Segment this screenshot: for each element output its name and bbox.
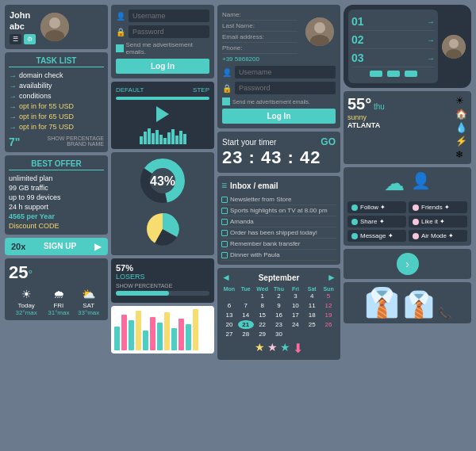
username-input2[interactable]: [235, 66, 336, 78]
username-input[interactable]: [129, 10, 209, 22]
inbox-checkbox[interactable]: [221, 241, 228, 247]
cal-day[interactable]: 13: [221, 311, 237, 319]
cal-day[interactable]: 29: [255, 330, 271, 338]
cal-day[interactable]: 16: [271, 311, 287, 319]
cal-day[interactable]: 20: [221, 320, 237, 329]
cal-day[interactable]: 3: [287, 292, 303, 300]
media-player: DEFAULT STEP: [111, 82, 214, 149]
cal-day[interactable]: 24: [287, 320, 303, 329]
profile-sub: abc: [10, 21, 36, 32]
stop-button[interactable]: [405, 71, 417, 77]
cal-day[interactable]: 23: [271, 320, 287, 329]
next-button[interactable]: ›: [397, 253, 419, 275]
field-name: Name:: [222, 10, 298, 21]
cal-day[interactable]: 30: [271, 330, 287, 338]
cal-day[interactable]: 27: [221, 330, 237, 338]
search-button[interactable]: ⚙: [24, 34, 36, 44]
inbox-checkbox[interactable]: [221, 252, 228, 258]
inbox-msg-2: Amanda: [230, 218, 254, 225]
cal-day[interactable]: 15: [255, 311, 271, 319]
task-item: → availability: [9, 81, 104, 91]
cal-day[interactable]: 17: [287, 311, 303, 319]
weather-today: ☀ Today 32°max: [9, 286, 44, 316]
likeit-button[interactable]: Like it ✦: [409, 216, 467, 227]
share-label: Share ✦: [360, 218, 385, 225]
inbox-checkbox[interactable]: [221, 230, 228, 236]
airmode-button[interactable]: Air Mode ✦: [409, 230, 467, 242]
task-item-usd: → opt in for 65 USD: [9, 112, 104, 122]
inbox-card: ≡ Inbox / email Newsletter from Store Sp…: [217, 176, 340, 265]
task-label: opt in for 65 USD: [19, 113, 74, 120]
cal-day[interactable]: 10: [287, 301, 303, 310]
cal-day[interactable]: 8: [255, 301, 271, 310]
task-label: opt in for 75 USD: [19, 123, 74, 131]
cal-day[interactable]: 7: [238, 301, 254, 310]
cal-day[interactable]: 26: [321, 320, 336, 329]
cal-day[interactable]: 4: [304, 292, 320, 300]
inbox-checkbox[interactable]: [221, 197, 228, 203]
cal-day[interactable]: 22: [255, 320, 271, 329]
donut-chart-card: 43%: [111, 152, 214, 255]
show-pct-label: SHOW PERCENTAGE: [48, 136, 104, 141]
field-email: Email address:: [222, 32, 298, 43]
cal-day[interactable]: 19: [321, 311, 336, 319]
task-item: → domain check: [9, 71, 104, 81]
hamburger-button[interactable]: ☰: [10, 34, 21, 44]
size-label: 7": [9, 136, 20, 148]
phone-controls: [351, 67, 435, 80]
inbox-item: Sports highlights on TV at 8.00 pm: [221, 205, 336, 216]
inbox-checkbox[interactable]: [221, 208, 228, 214]
bar: [155, 130, 159, 144]
timer-card: Start your timer GO 23 : 43 : 42: [217, 132, 340, 173]
inbox-item: Remember bank transfer: [221, 239, 336, 250]
download-icon[interactable]: ⬇: [293, 341, 303, 356]
inbox-checkbox[interactable]: [221, 219, 228, 225]
weather-fri: 🌧 FRI 31°max: [44, 286, 73, 316]
cal-day[interactable]: 14: [238, 311, 254, 319]
share-button[interactable]: Share ✦: [347, 216, 406, 227]
cal-next[interactable]: ►: [327, 272, 336, 283]
friends-button[interactable]: Friends ✦: [409, 201, 467, 213]
cal-day[interactable]: 21: [238, 320, 254, 329]
cal-day[interactable]: 11: [304, 301, 320, 310]
message-button[interactable]: Message ✦: [347, 230, 406, 242]
checkbox[interactable]: [116, 44, 124, 52]
cal-day[interactable]: 25: [304, 320, 320, 329]
phone-avatar: [442, 35, 466, 59]
cal-prev[interactable]: ◄: [221, 272, 231, 283]
follow-button[interactable]: Follow ✦: [347, 201, 406, 213]
signup-bar[interactable]: 20x SIGN UP ▶: [5, 238, 108, 255]
cal-day[interactable]: 12: [321, 301, 336, 310]
cal-day[interactable]: 1: [255, 292, 271, 300]
cal-day[interactable]: 18: [304, 311, 320, 319]
phone-value: +39 5868200: [222, 55, 336, 63]
cal-day[interactable]: 9: [271, 301, 287, 310]
signup-label[interactable]: SIGN UP: [44, 242, 76, 250]
default-label: DEFAULT: [116, 86, 144, 94]
arrow-icon: →: [427, 54, 435, 63]
play-button-phone[interactable]: [387, 71, 400, 77]
cal-day[interactable]: 5: [321, 292, 336, 300]
password-input[interactable]: [129, 25, 209, 38]
vbar: [178, 319, 184, 350]
weather-bolt-icon: ⚡: [455, 136, 467, 147]
login-button2[interactable]: Log In: [222, 109, 336, 124]
cal-day[interactable]: 2: [271, 292, 287, 300]
user-icon: 👤: [116, 12, 125, 21]
cal-head: Fri: [287, 286, 303, 292]
cal-day[interactable]: 6: [221, 301, 237, 310]
cal-head: Thu: [271, 286, 287, 292]
bar: [148, 128, 151, 144]
checkbox2[interactable]: [222, 97, 230, 105]
password-input2[interactable]: [235, 82, 336, 94]
login-button[interactable]: Log In: [116, 59, 209, 74]
pause-button[interactable]: [370, 71, 382, 77]
cal-day[interactable]: 28: [238, 330, 254, 338]
vbar: [150, 317, 155, 350]
timer-go[interactable]: GO: [321, 136, 336, 147]
inbox-msg-3: Order has been shipped today!: [230, 229, 317, 236]
phone-mockup: 01 → 02 → 03 →: [344, 5, 471, 88]
play-button[interactable]: [156, 106, 169, 122]
bar: [159, 135, 163, 144]
task-item: → conditions: [9, 91, 104, 101]
